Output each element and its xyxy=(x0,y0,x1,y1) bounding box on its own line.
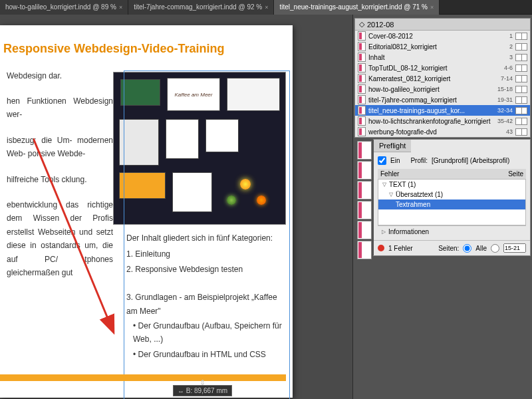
list-item: 1. Einleitung xyxy=(126,247,286,261)
panel-tab[interactable]: Preflight xyxy=(374,140,411,152)
book-document-row[interactable]: Editorial0812_korrigiert2 xyxy=(355,41,530,52)
measurement-label: B: xyxy=(186,387,192,394)
document-list: Cover-08-20121 Editorial0812_korrigiert2… xyxy=(355,31,530,137)
list-item: • Der Grundaufbau (Aufbau, Speichern für… xyxy=(126,319,286,346)
tab-label: how-to-galileo_korrigiert.indd @ 89 % xyxy=(5,3,116,11)
body-paragraph: ebentwicklung das richtige dem Wissen de… xyxy=(7,198,113,279)
book-document-row[interactable]: titel-7jahre-commag_korrigiert19-31 xyxy=(355,94,530,105)
book-document-row[interactable]: Inhalt3 xyxy=(355,52,530,63)
decorative-bar xyxy=(0,374,286,381)
row-pagenum: 4-6 xyxy=(504,65,513,71)
pages-label: Seiten: xyxy=(438,245,459,252)
column-header-page: Seite xyxy=(508,170,523,178)
pages-all-radio[interactable] xyxy=(463,244,471,253)
close-icon[interactable]: × xyxy=(265,4,268,11)
spread-icon xyxy=(515,107,527,114)
document-workspace[interactable]: 0 20 40 60 80 100 120 140 160 180 200 Re… xyxy=(0,15,313,399)
page-title: Responsive Webdesign-Video-Training xyxy=(3,25,286,69)
list-item: 3. Grundlagen - am Beispielprojekt „Kaff… xyxy=(126,291,286,318)
page-icon xyxy=(358,95,366,104)
row-pagenum: 19-31 xyxy=(497,96,513,103)
page-icon xyxy=(358,31,366,41)
tree-row[interactable]: ▽TEXT (1) xyxy=(378,180,525,190)
error-tree[interactable]: ▽TEXT (1) ▽Übersatztext (1) Textrahmen xyxy=(378,179,526,225)
body-paragraph: Webdesign dar. xyxy=(7,69,113,82)
tab-label: titel_neue-trainings-august_korrigiert.i… xyxy=(279,3,428,11)
list-item: • Der Grundaufbau in HTML und CSS xyxy=(126,348,286,361)
row-label: titel-7jahre-commag_korrigiert xyxy=(368,96,495,104)
close-icon[interactable]: × xyxy=(119,4,122,11)
error-status-icon xyxy=(378,245,384,251)
page-icon xyxy=(358,84,366,94)
body-paragraph: isbezug: die Um- modernen Web- ponsive W… xyxy=(7,134,113,161)
book-document-row[interactable]: Cover-08-20121 xyxy=(355,31,530,41)
preflight-panel: Preflight Ein Profil: [Grundprofil] (Arb… xyxy=(373,139,531,256)
profile-label: Profil: xyxy=(410,157,428,164)
document-tab[interactable]: titel_neue-trainings-august_korrigiert.i… xyxy=(274,0,440,15)
disclosure-icon[interactable]: ▷ xyxy=(382,229,386,235)
close-icon[interactable]: × xyxy=(430,4,434,11)
row-label: Editorial0812_korrigiert xyxy=(368,43,507,51)
row-label: how-to-galileo_korrigiert xyxy=(368,86,495,93)
list-item xyxy=(126,277,286,289)
document-tab[interactable]: how-to-galileo_korrigiert.indd @ 89 % × xyxy=(0,0,128,15)
book-document-row[interactable]: how-to-lichtschrankenfotografie_korrigie… xyxy=(355,116,530,126)
disclosure-icon[interactable]: ▽ xyxy=(382,182,386,188)
placed-image[interactable]: Kaffee am Meer xyxy=(113,72,286,225)
page-thumbnail[interactable] xyxy=(357,201,372,219)
content-list: Der Inhalt gliedert sich in fünf Kategor… xyxy=(126,231,286,362)
page-icon xyxy=(358,127,366,136)
page-thumbnail[interactable] xyxy=(357,181,372,200)
error-count: 1 Fehler xyxy=(388,245,413,252)
image-caption: Kaffee am Meer xyxy=(167,78,220,111)
row-label: titel_neue-trainings-august_kor... xyxy=(368,107,495,114)
pages-range-radio[interactable] xyxy=(491,244,499,253)
row-label: werbung-fotografie-dvd xyxy=(368,128,503,136)
list-heading: Der Inhalt gliedert sich in fünf Kategor… xyxy=(126,231,286,245)
spread-icon xyxy=(515,54,527,61)
row-pagenum: 3 xyxy=(509,54,513,61)
book-document-row[interactable]: Kameratest_0812_korrigiert7-14 xyxy=(355,73,530,84)
row-label: Inhalt xyxy=(368,54,507,61)
document-tab[interactable]: titel-7jahre-commag_korrigiert.indd @ 92… xyxy=(128,0,274,15)
page-icon xyxy=(358,74,366,83)
document-tab-bar: how-to-galileo_korrigiert.indd @ 89 % × … xyxy=(0,0,532,15)
tree-row[interactable]: ▽Übersatztext (1) xyxy=(378,190,525,200)
row-pagenum: 7-14 xyxy=(501,75,513,82)
pages-range-input[interactable] xyxy=(503,243,526,253)
info-label: Informationen xyxy=(388,228,429,235)
book-document-row[interactable]: how-to-galileo_korrigiert15-18 xyxy=(355,84,530,94)
disclosure-icon[interactable]: ▽ xyxy=(389,192,393,198)
row-pagenum: 1 xyxy=(509,33,513,39)
info-disclosure[interactable]: ▷ Informationen xyxy=(378,225,526,237)
body-paragraph: hen Funktionen Webdesign wer- xyxy=(7,94,113,122)
profile-value: [Grundprofil] (Arbeitsprofil) xyxy=(432,157,509,164)
page-thumbnail[interactable] xyxy=(357,241,372,259)
row-label: Cover-08-2012 xyxy=(368,33,507,40)
tree-label: TEXT (1) xyxy=(389,181,416,188)
page-icon xyxy=(358,106,366,115)
book-icon: ◇ xyxy=(359,20,364,29)
row-label: TopTutDL_08-12_korrigiert xyxy=(368,65,501,72)
panel-header[interactable]: ◇ 2012-08 xyxy=(355,19,530,31)
page-thumbnail[interactable] xyxy=(357,221,372,239)
book-pages-panel: ◇ 2012-08 Cover-08-20121 Editorial0812_k… xyxy=(354,18,531,138)
tree-label: Textrahmen xyxy=(396,201,430,208)
row-pagenum: 32-34 xyxy=(497,107,513,114)
document-page[interactable]: Responsive Webdesign-Video-Training Webd… xyxy=(0,25,293,398)
page-icon xyxy=(358,116,366,126)
panel-dock: ◇ 2012-08 Cover-08-20121 Editorial0812_k… xyxy=(352,15,532,399)
body-paragraph: hilfreiche Tools cklung. xyxy=(7,173,113,186)
book-document-row[interactable]: TopTutDL_08-12_korrigiert4-6 xyxy=(355,63,530,73)
book-document-row[interactable]: werbung-fotografie-dvd43 xyxy=(355,126,530,137)
page-thumbnail[interactable] xyxy=(357,161,372,180)
page-thumbnail[interactable] xyxy=(357,141,372,160)
row-pagenum: 2 xyxy=(509,43,513,50)
page-icon xyxy=(358,53,366,62)
tree-row[interactable]: Textrahmen xyxy=(378,200,525,209)
measurement-value: 89,667 mm xyxy=(194,387,227,394)
list-item: 2. Responsive Webdesign testen xyxy=(126,263,286,276)
book-document-row[interactable]: titel_neue-trainings-august_kor...32-34 xyxy=(355,105,530,116)
preflight-on-checkbox[interactable] xyxy=(378,156,386,165)
row-label: Kameratest_0812_korrigiert xyxy=(368,75,498,82)
